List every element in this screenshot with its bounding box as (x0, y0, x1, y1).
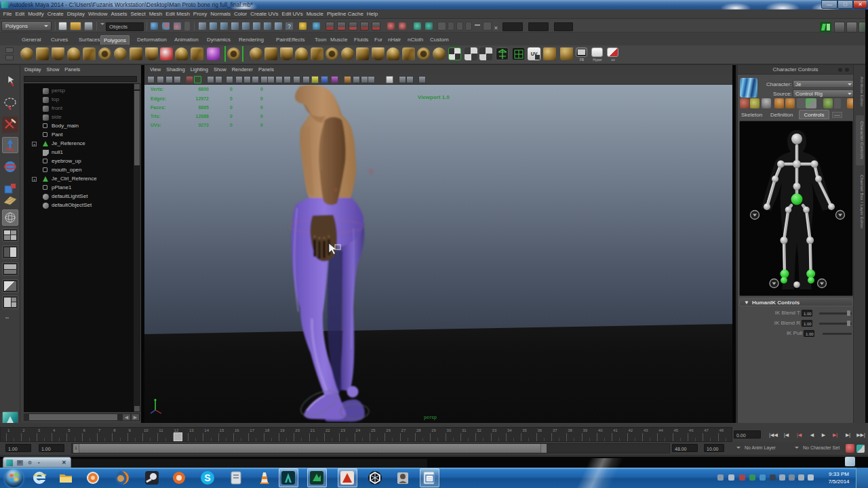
svg-text:0: 0 (230, 96, 233, 101)
svg-text:Tris:: Tris: (151, 114, 161, 119)
svg-text:0: 0 (260, 87, 263, 92)
svg-text:0: 0 (230, 87, 233, 92)
svg-text:persp: persp (424, 415, 437, 420)
svg-text:Edges:: Edges: (151, 96, 166, 102)
svg-text:0: 0 (260, 114, 263, 119)
svg-text:0: 0 (230, 123, 233, 127)
svg-text:S: S (204, 472, 210, 483)
svg-text:9273: 9273 (198, 123, 209, 127)
svg-text:Faces:: Faces: (151, 105, 165, 110)
svg-text:Verts:: Verts: (151, 87, 163, 92)
svg-text:Viewport 1.0: Viewport 1.0 (418, 94, 450, 100)
svg-text:12888: 12888 (196, 114, 210, 119)
svg-text:0: 0 (260, 123, 263, 127)
svg-text:UVs:: UVs: (151, 123, 161, 127)
svg-text:0: 0 (260, 105, 263, 110)
svg-text:0: 0 (230, 114, 233, 119)
svg-text:0: 0 (230, 105, 233, 110)
svg-text:6865: 6865 (198, 105, 209, 110)
svg-text:0: 0 (260, 96, 263, 101)
svg-text:12972: 12972 (196, 96, 210, 101)
svg-text:6800: 6800 (198, 87, 209, 92)
